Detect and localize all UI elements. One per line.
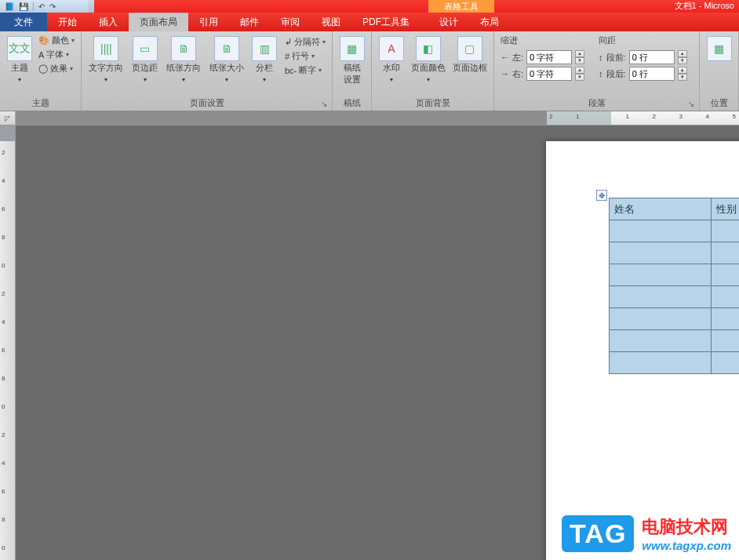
manuscript-label2: 设置 bbox=[344, 75, 361, 85]
text-direction-button[interactable]: ||||文字方向▾ bbox=[88, 35, 125, 86]
group-page-background: A水印▾ ◧页面颜色▾ ▢页面边框 页面背景 bbox=[372, 31, 494, 111]
ruler-corner[interactable]: ◸ bbox=[0, 111, 16, 125]
tab-file[interactable]: 文件 bbox=[0, 13, 47, 31]
redo-icon[interactable]: ↷ bbox=[49, 2, 56, 11]
paper-size-button[interactable]: 🗎纸张大小▾ bbox=[208, 35, 245, 86]
margins-label: 页边距 bbox=[132, 63, 158, 73]
ribbon-tabs: 文件 开始 插入 页面布局 引用 邮件 审阅 视图 PDF工具集 设计 布局 bbox=[0, 13, 739, 31]
paragraph-launcher-icon[interactable]: ↘ bbox=[686, 100, 696, 109]
hyphen-icon: bc- bbox=[285, 66, 297, 75]
ribbon: 文文 主题 ▾ 🎨颜色▾ A字体▾ ◯效果▾ 主题 ||||文字方向▾ ▭页边距… bbox=[0, 31, 739, 111]
manuscript-icon: ▦ bbox=[340, 36, 365, 61]
save-icon[interactable]: 💾 bbox=[19, 2, 28, 11]
hyphen-label: 断字 bbox=[299, 64, 316, 76]
tab-review[interactable]: 审阅 bbox=[270, 13, 311, 31]
indent-left-input[interactable] bbox=[526, 50, 572, 64]
group-label-position: 位置 bbox=[706, 96, 732, 109]
columns-button[interactable]: ▥分栏▾ bbox=[251, 35, 278, 86]
horizontal-ruler[interactable]: 2112345 bbox=[16, 111, 739, 125]
table-row bbox=[610, 352, 740, 374]
lineno-label: 行号 bbox=[292, 50, 309, 62]
themes-button[interactable]: 文文 主题 ▾ bbox=[6, 35, 32, 86]
document-table[interactable]: 姓名性别 bbox=[609, 198, 739, 374]
space-after-up[interactable]: ▲ bbox=[678, 67, 687, 74]
tab-page-layout[interactable]: 页面布局 bbox=[129, 13, 188, 31]
group-manuscript: ▦稿纸设置 稿纸 bbox=[333, 31, 372, 111]
tab-table-layout[interactable]: 布局 bbox=[469, 13, 510, 31]
paper-size-icon: 🗎 bbox=[214, 36, 239, 61]
space-before-icon: ↕ bbox=[599, 53, 603, 62]
group-page-setup: ||||文字方向▾ ▭页边距▾ 🗎纸张方向▾ 🗎纸张大小▾ ▥分栏▾ ↲分隔符▾… bbox=[82, 31, 333, 111]
vertical-ruler[interactable]: 2 4 6 8 0 2 4 6 8 0 2 4 6 8 0 bbox=[0, 125, 16, 560]
table-header-gender[interactable]: 性别 bbox=[712, 198, 740, 220]
orientation-button[interactable]: 🗎纸张方向▾ bbox=[166, 35, 202, 86]
table-move-handle[interactable]: ✥ bbox=[596, 190, 607, 201]
tab-home[interactable]: 开始 bbox=[47, 13, 88, 31]
theme-colors-button[interactable]: 🎨颜色▾ bbox=[38, 35, 75, 46]
space-after-input[interactable] bbox=[629, 67, 675, 81]
palette-icon: 🎨 bbox=[38, 35, 49, 45]
space-before-input[interactable] bbox=[629, 50, 675, 64]
columns-label: 分栏 bbox=[256, 63, 273, 73]
space-before-down[interactable]: ▼ bbox=[678, 57, 687, 64]
breaks-button[interactable]: ↲分隔符▾ bbox=[285, 36, 326, 48]
indent-left-icon: ← bbox=[501, 53, 509, 62]
tab-view[interactable]: 视图 bbox=[311, 13, 351, 31]
indent-left-down[interactable]: ▼ bbox=[575, 57, 584, 64]
margins-button[interactable]: ▭页边距▾ bbox=[131, 35, 159, 86]
table-row bbox=[610, 330, 740, 352]
space-before-row: ↕段前: ▲▼ bbox=[599, 50, 687, 64]
table-row bbox=[610, 308, 740, 330]
space-before-label: 段前: bbox=[606, 52, 626, 64]
space-after-label: 段后: bbox=[606, 68, 626, 80]
text-direction-label: 文字方向 bbox=[89, 63, 123, 73]
logo-tag: TAG bbox=[562, 515, 634, 552]
tab-pdf[interactable]: PDF工具集 bbox=[351, 13, 420, 31]
indent-left-label: 左: bbox=[512, 52, 523, 64]
ruler-row: ◸ 2112345 bbox=[0, 111, 739, 125]
orientation-label: 纸张方向 bbox=[166, 63, 201, 73]
space-before-up[interactable]: ▲ bbox=[678, 50, 687, 57]
theme-fonts-button[interactable]: A字体▾ bbox=[38, 49, 75, 60]
position-button[interactable]: ▦ bbox=[706, 35, 732, 63]
position-icon: ▦ bbox=[707, 36, 732, 61]
manuscript-button[interactable]: ▦稿纸设置 bbox=[339, 35, 365, 86]
workspace: 2 4 6 8 0 2 4 6 8 0 2 4 6 8 0 ✥ 姓名性别 bbox=[0, 125, 739, 560]
indent-right-down[interactable]: ▼ bbox=[575, 74, 584, 81]
indent-left-up[interactable]: ▲ bbox=[575, 50, 584, 57]
table-row bbox=[610, 286, 740, 308]
page-color-icon: ◧ bbox=[416, 36, 441, 61]
group-label-page-setup: 页面设置↘ bbox=[88, 96, 326, 109]
space-after-icon: ↕ bbox=[599, 69, 603, 78]
font-icon: A bbox=[38, 50, 44, 60]
group-label-manuscript: 稿纸 bbox=[339, 96, 365, 109]
space-after-down[interactable]: ▼ bbox=[678, 74, 687, 81]
tab-insert[interactable]: 插入 bbox=[88, 13, 129, 31]
hyphenation-button[interactable]: bc-断字▾ bbox=[285, 64, 326, 76]
themes-icon: 文文 bbox=[7, 36, 32, 61]
table-row bbox=[610, 242, 740, 264]
page-color-button[interactable]: ◧页面颜色▾ bbox=[411, 35, 446, 86]
undo-icon[interactable]: ↶ bbox=[38, 2, 45, 11]
table-header-name[interactable]: 姓名 bbox=[610, 198, 712, 220]
word-icon: 📘 bbox=[5, 2, 14, 11]
indent-right-input[interactable] bbox=[526, 67, 572, 81]
tab-table-design[interactable]: 设计 bbox=[428, 13, 469, 31]
indent-right-icon: → bbox=[501, 69, 509, 78]
page-setup-launcher-icon[interactable]: ↘ bbox=[319, 100, 329, 109]
text-direction-icon: |||| bbox=[93, 36, 118, 61]
line-numbers-button[interactable]: #行号▾ bbox=[285, 50, 326, 62]
margins-icon: ▭ bbox=[133, 36, 158, 61]
tab-mailings[interactable]: 邮件 bbox=[229, 13, 270, 31]
quick-access-toolbar: 📘 💾 ↶ ↷ bbox=[0, 0, 94, 13]
theme-effects-button[interactable]: ◯效果▾ bbox=[38, 63, 75, 75]
tab-references[interactable]: 引用 bbox=[188, 13, 229, 31]
group-theme: 文文 主题 ▾ 🎨颜色▾ A字体▾ ◯效果▾ 主题 bbox=[0, 31, 82, 111]
document-canvas[interactable]: ✥ 姓名性别 bbox=[16, 125, 739, 560]
indent-right-row: →右: ▲▼ bbox=[501, 67, 584, 81]
watermark-button[interactable]: A水印▾ bbox=[378, 35, 405, 86]
contextual-tools-label: 表格工具 bbox=[428, 0, 494, 13]
title-bar: 📘 💾 ↶ ↷ 表格工具 文档1 - Microso bbox=[0, 0, 739, 13]
indent-right-up[interactable]: ▲ bbox=[575, 67, 584, 74]
page-border-button[interactable]: ▢页面边框 bbox=[452, 35, 487, 75]
